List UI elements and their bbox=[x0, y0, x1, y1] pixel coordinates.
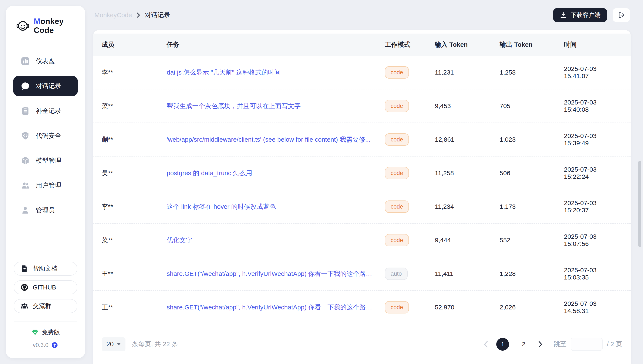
member-cell: 菜** bbox=[102, 236, 167, 245]
output-token-cell: 1,258 bbox=[500, 69, 564, 76]
time-cell: 2025-07-03 15:40:08 bbox=[564, 99, 622, 113]
sidebar-item-code-security[interactable]: 代码安全 bbox=[13, 126, 78, 146]
output-token-cell: 552 bbox=[500, 236, 564, 244]
help-docs-label: 帮助文档 bbox=[33, 264, 57, 273]
sidebar-item-label: 仪表盘 bbox=[36, 57, 55, 66]
logout-button[interactable] bbox=[613, 8, 630, 22]
work-mode-badge: code bbox=[385, 133, 409, 146]
member-cell: 王** bbox=[102, 270, 167, 278]
previous-page-button[interactable] bbox=[484, 341, 488, 348]
help-docs-button[interactable]: 帮助文档 bbox=[14, 262, 77, 276]
github-button[interactable]: GITHUB bbox=[14, 280, 77, 294]
task-link[interactable]: 优化文字 bbox=[167, 236, 385, 245]
chevron-down-icon bbox=[117, 343, 121, 345]
member-cell: 菜** bbox=[102, 102, 167, 110]
page-button-2[interactable]: 2 bbox=[517, 338, 530, 350]
breadcrumb-root[interactable]: MonkeyCode bbox=[94, 12, 132, 19]
column-header-time: 时间 bbox=[564, 40, 622, 49]
table-row[interactable]: 李** 这个 link 标签在 hover 的时候改成蓝色 code 11,23… bbox=[93, 190, 631, 224]
work-mode-badge: code bbox=[385, 301, 409, 314]
output-token-cell: 1,023 bbox=[500, 136, 564, 143]
main-content: MonkeyCode 对话记录 下载客户端 bbox=[93, 0, 631, 364]
output-token-cell: 2,026 bbox=[500, 304, 564, 311]
sidebar-item-chat-records[interactable]: 对话记录 bbox=[13, 76, 78, 96]
chevron-left-icon bbox=[484, 341, 488, 348]
sidebar-item-model-management[interactable]: 模型管理 bbox=[13, 150, 78, 171]
next-page-button[interactable] bbox=[538, 341, 543, 348]
dashboard-icon bbox=[21, 57, 30, 66]
sidebar-divider bbox=[14, 322, 77, 322]
page-button-1[interactable]: 1 bbox=[496, 338, 509, 350]
table-row[interactable]: 王** share.GET("/wechat/app", h.VerifyUrl… bbox=[93, 257, 631, 291]
plan-badge: 免费版 bbox=[14, 328, 77, 336]
jump-label: 跳至 bbox=[554, 340, 566, 348]
sidebar-item-label: 模型管理 bbox=[36, 156, 61, 165]
task-link[interactable]: 'web/app/src/middleware/client.ts' (see … bbox=[167, 135, 385, 144]
output-token-cell: 506 bbox=[500, 170, 564, 177]
table-body: 李** dai js 怎么显示 "几天前" 这种格式的时间 code 11,23… bbox=[93, 56, 631, 324]
community-group-label: 交流群 bbox=[33, 302, 51, 310]
time-cell: 2025-07-03 15:07:56 bbox=[564, 233, 622, 248]
task-link[interactable]: 这个 link 标签在 hover 的时候改成蓝色 bbox=[167, 202, 385, 211]
table-row[interactable]: 李** dai js 怎么显示 "几天前" 这种格式的时间 code 11,23… bbox=[93, 56, 631, 90]
page-size-select[interactable]: 20 bbox=[102, 337, 125, 351]
table-row[interactable]: 蒯** 'web/app/src/middleware/client.ts' (… bbox=[93, 123, 631, 156]
time-cell: 2025-07-03 15:03:35 bbox=[564, 266, 622, 281]
chevron-right-icon bbox=[137, 12, 140, 18]
jump-to-page-group: 跳至 / 2 页 bbox=[554, 338, 622, 351]
community-group-button[interactable]: 交流群 bbox=[14, 299, 77, 313]
output-token-cell: 1,173 bbox=[500, 203, 564, 210]
shield-code-icon bbox=[21, 131, 30, 140]
app-logo: Monkey Code bbox=[6, 17, 85, 35]
table-row[interactable]: 菜** 优化文字 code 9,444 552 2025-07-03 15:07… bbox=[93, 224, 631, 257]
member-cell: 蒯** bbox=[102, 135, 167, 144]
breadcrumb: MonkeyCode 对话记录 bbox=[94, 11, 170, 20]
document-icon bbox=[21, 264, 29, 273]
topbar-actions: 下载客户端 bbox=[553, 8, 630, 22]
work-mode-badge: code bbox=[385, 100, 409, 112]
download-client-button[interactable]: 下载客户端 bbox=[553, 8, 607, 22]
task-link[interactable]: share.GET("/wechat/app", h.VerifyUrlWech… bbox=[167, 270, 385, 278]
task-link[interactable]: dai js 怎么显示 "几天前" 这种格式的时间 bbox=[167, 68, 385, 77]
table-row[interactable]: 菜** 帮我生成一个灰色底块，并且可以在上面写文字 code 9,453 705… bbox=[93, 90, 631, 123]
jump-page-input[interactable] bbox=[571, 338, 603, 351]
sidebar-item-label: 对话记录 bbox=[36, 82, 61, 90]
plan-label: 免费版 bbox=[42, 328, 60, 336]
clipboard-icon bbox=[21, 106, 30, 115]
task-link[interactable]: postgres 的 data_trunc 怎么用 bbox=[167, 169, 385, 178]
breadcrumb-current: 对话记录 bbox=[145, 11, 170, 20]
work-mode-badge: code bbox=[385, 234, 409, 246]
member-cell: 王** bbox=[102, 303, 167, 312]
people-group-icon bbox=[21, 302, 29, 310]
sidebar-footer: 帮助文档 GITHUB 交流群 免费版 bbox=[6, 262, 85, 349]
time-cell: 2025-07-03 15:20:37 bbox=[564, 200, 622, 214]
sidebar-item-label: 补全记录 bbox=[36, 106, 61, 115]
column-header-task: 任务 bbox=[167, 40, 385, 49]
member-cell: 吴** bbox=[102, 169, 167, 178]
member-cell: 李** bbox=[102, 202, 167, 211]
scrollbar-thumb[interactable] bbox=[638, 161, 641, 247]
sidebar-item-label: 用户管理 bbox=[36, 181, 61, 190]
table-row[interactable]: 吴** postgres 的 data_trunc 怎么用 code 11,25… bbox=[93, 156, 631, 190]
app-title: Monkey Code bbox=[34, 17, 85, 35]
sidebar-item-user-management[interactable]: 用户管理 bbox=[13, 175, 78, 196]
input-token-cell: 11,411 bbox=[435, 270, 500, 277]
work-mode-badge: code bbox=[385, 167, 409, 179]
task-link[interactable]: 帮我生成一个灰色底块，并且可以在上面写文字 bbox=[167, 102, 385, 110]
upgrade-icon[interactable] bbox=[51, 342, 58, 349]
chevron-right-icon bbox=[538, 341, 543, 348]
sidebar-item-admin[interactable]: 管理员 bbox=[13, 200, 78, 220]
sidebar-item-completion-records[interactable]: 补全记录 bbox=[13, 101, 78, 121]
sidebar-nav: 仪表盘 对话记录 补全记录 代码安全 bbox=[6, 51, 85, 220]
table-row[interactable]: 王** share.GET("/wechat/app", h.VerifyUrl… bbox=[93, 291, 631, 324]
version-label: v0.3.0 bbox=[33, 342, 49, 348]
task-link[interactable]: share.GET("/wechat/app", h.VerifyUrlWech… bbox=[167, 303, 385, 312]
work-mode-badge: code bbox=[385, 66, 409, 78]
pager: 1 2 跳至 / 2 页 bbox=[484, 338, 622, 351]
sidebar-item-dashboard[interactable]: 仪表盘 bbox=[13, 51, 78, 71]
gem-icon bbox=[31, 328, 39, 336]
logout-icon bbox=[617, 11, 625, 19]
column-header-member: 成员 bbox=[102, 40, 167, 49]
cube-icon bbox=[21, 156, 30, 165]
table-header: 成员 任务 工作模式 输入 Token 输出 Token 时间 bbox=[93, 34, 631, 56]
